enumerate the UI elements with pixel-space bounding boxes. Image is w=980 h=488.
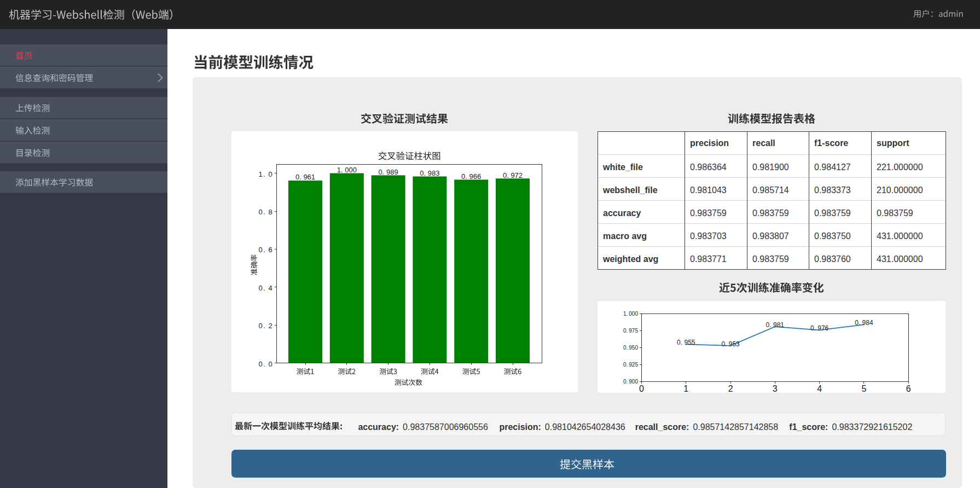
svg-text:0. 961: 0. 961 <box>295 173 315 181</box>
svg-text:0. 6: 0. 6 <box>259 246 273 254</box>
svg-text:1: 1 <box>683 384 688 393</box>
svg-text:0.900: 0.900 <box>623 379 638 385</box>
svg-text:6: 6 <box>906 384 911 393</box>
svg-text:0. 983: 0. 983 <box>420 169 439 177</box>
svg-text:0. 0: 0. 0 <box>259 360 273 368</box>
svg-text:0. 981: 0. 981 <box>766 321 785 329</box>
svg-text:0. 953: 0. 953 <box>721 340 740 348</box>
svg-text:0. 984: 0. 984 <box>855 319 873 327</box>
svg-text:1.000: 1.000 <box>623 311 638 317</box>
svg-text:5: 5 <box>861 384 866 393</box>
svg-text:0. 989: 0. 989 <box>379 168 398 176</box>
svg-text:0. 966: 0. 966 <box>461 172 481 181</box>
svg-text:0. 955: 0. 955 <box>677 339 695 346</box>
svg-text:0: 0 <box>639 384 644 393</box>
svg-text:2: 2 <box>728 384 733 393</box>
svg-text:0.925: 0.925 <box>623 362 638 368</box>
svg-text:1. 0: 1. 0 <box>259 170 273 178</box>
svg-text:0. 2: 0. 2 <box>259 322 273 330</box>
svg-text:0. 972: 0. 972 <box>503 171 523 179</box>
svg-text:4: 4 <box>817 384 822 393</box>
svg-text:0. 4: 0. 4 <box>259 284 273 292</box>
svg-text:0. 976: 0. 976 <box>810 324 829 332</box>
svg-text:0.975: 0.975 <box>623 328 638 334</box>
svg-text:3: 3 <box>773 384 778 393</box>
svg-text:1. 000: 1. 000 <box>337 166 357 174</box>
svg-text:0.950: 0.950 <box>623 345 638 351</box>
svg-text:0. 8: 0. 8 <box>259 208 273 216</box>
